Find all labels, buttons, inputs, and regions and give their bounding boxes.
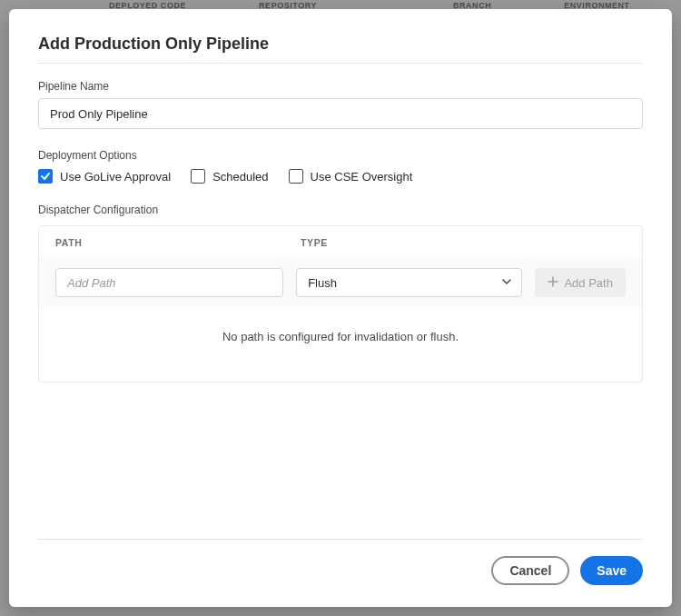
deployment-options-label: Deployment Options	[38, 149, 643, 162]
dispatcher-input-row: Flush Add Path	[39, 257, 642, 308]
divider	[38, 63, 643, 64]
checkbox-icon	[191, 169, 205, 184]
path-input[interactable]	[55, 268, 283, 297]
pipeline-name-input[interactable]	[38, 98, 643, 129]
dispatcher-config-label: Dispatcher Configuration	[38, 204, 643, 216]
save-button[interactable]: Save	[580, 556, 643, 585]
type-select-value: Flush	[308, 276, 337, 290]
checkbox-label: Use GoLive Approval	[60, 170, 171, 184]
plus-icon	[548, 276, 558, 290]
checkbox-golive-approval[interactable]: Use GoLive Approval	[38, 169, 171, 184]
checkbox-label: Use CSE Oversight	[311, 170, 413, 184]
dialog-footer: Cancel Save	[38, 539, 643, 585]
col-header-type: TYPE	[301, 237, 528, 248]
checkbox-label: Scheduled	[212, 170, 268, 184]
dialog-title: Add Production Only Pipeline	[38, 35, 643, 54]
add-path-button[interactable]: Add Path	[535, 268, 626, 297]
cancel-button[interactable]: Cancel	[491, 556, 569, 585]
checkbox-cse-oversight[interactable]: Use CSE Oversight	[289, 169, 413, 184]
col-header-path: PATH	[55, 237, 301, 248]
dispatcher-columns: PATH TYPE	[39, 226, 642, 257]
dispatcher-panel: PATH TYPE Flush Add Path No pa	[38, 225, 643, 383]
dispatcher-empty-message: No path is configured for invalidation o…	[39, 308, 642, 382]
checkbox-scheduled[interactable]: Scheduled	[191, 169, 268, 184]
checkbox-icon	[289, 169, 303, 184]
checkbox-icon	[38, 169, 53, 184]
deployment-options-row: Use GoLive Approval Scheduled Use CSE Ov…	[38, 169, 643, 184]
add-pipeline-dialog: Add Production Only Pipeline Pipeline Na…	[9, 9, 672, 607]
chevron-down-icon	[501, 276, 512, 290]
add-path-button-label: Add Path	[564, 276, 613, 290]
pipeline-name-label: Pipeline Name	[38, 80, 643, 93]
type-select[interactable]: Flush	[296, 268, 522, 297]
